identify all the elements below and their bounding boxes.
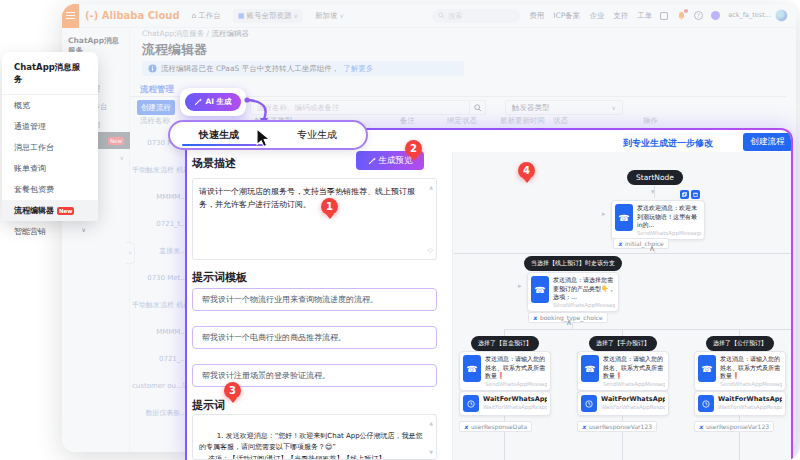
menu-item-workbench[interactable]: 消息工作台 [2, 137, 98, 158]
branch-condition-label: 当选择【线上预订】时走该分支 [524, 256, 622, 271]
wait-response-node[interactable]: WaitForWhatsAppResp...WaitForWhatsAppRes… [694, 391, 786, 416]
clock-icon [463, 395, 479, 412]
chevron-right-icon[interactable]: ▸ [518, 282, 522, 290]
template-card-ecommerce[interactable]: 帮我设计一个电商行业的商品推荐流程。 [192, 326, 437, 349]
scene-description-title: 场景描述 [192, 156, 236, 171]
collect-info-node[interactable]: ☎ 发送消息：请输入您的姓名、联系方式及所需数量❗SendWhatsAppMes… [694, 351, 786, 391]
whatsapp-icon: ☎ [581, 355, 599, 382]
resize-handle-icon[interactable]: ◇ [428, 245, 433, 257]
step-badge-4: 4 [518, 162, 535, 179]
step-badge-3: 3 [224, 382, 241, 399]
start-node[interactable]: StartNode [627, 170, 683, 185]
variable-tag[interactable]: xinitial_choice [613, 238, 669, 249]
scene-description-textarea[interactable]: 请设计一个潮玩店的服务号，支持当季热销推荐、线上预订服务，并允许客户进行活动订阅… [192, 178, 437, 260]
section-line [454, 253, 791, 254]
menu-item-flow-editor[interactable]: 流程编辑器New [2, 200, 98, 221]
mouse-cursor [254, 128, 274, 148]
menu-item-smart-marketing[interactable]: 智能营销∨ [2, 221, 98, 242]
collapse-up-icon[interactable]: ∧ [566, 318, 572, 327]
tab-pro-generate[interactable]: 专业生成 [268, 122, 366, 148]
prompt-templates-title: 提示词模板 [192, 270, 247, 285]
branch-label: 选择了【手办预订】 [589, 336, 657, 351]
copy-node-button[interactable] [680, 190, 689, 199]
create-flow-button[interactable]: 创建流程 [743, 133, 791, 151]
popover-title: ChatApp消息服务 [2, 52, 98, 95]
menu-item-channels[interactable]: 通道管理 [2, 116, 98, 137]
ai-generate-button[interactable]: AI 生成 [185, 93, 241, 111]
clock-icon [698, 395, 714, 412]
scroll-down-icon[interactable]: ▼ [429, 448, 433, 456]
magic-wand-icon [194, 98, 202, 106]
scroll-up-icon[interactable]: ▲ [429, 419, 433, 427]
variable-tag[interactable]: xuserResponseData [459, 421, 532, 432]
chevron-right-icon[interactable]: ▸ [602, 210, 606, 218]
whatsapp-icon: ☎ [698, 355, 716, 382]
whatsapp-icon: ☎ [531, 276, 549, 303]
branch-column-figure: 选择了【手办预订】 ☎ 发送消息：请输入您的姓名、联系方式及所需数量❗SendW… [577, 329, 669, 460]
wait-response-node[interactable]: WaitForWhatsAppResp...WaitForWhatsAppRes… [577, 391, 669, 416]
whatsapp-icon: ☎ [463, 355, 481, 382]
arrow-down-icon: ▾ [651, 188, 655, 196]
variable-tag[interactable]: xuserResponseVar123 [577, 421, 657, 432]
magic-wand-icon [368, 157, 376, 165]
scroll-up-icon[interactable]: ▲ [429, 183, 433, 191]
menu-item-overview[interactable]: 概览 [2, 95, 98, 116]
collapse-up-icon[interactable]: ∧ [649, 244, 655, 253]
chatapp-menu-popover: ChatApp消息服务 概览 通道管理 消息工作台 账单查询 套餐包资费 流程编… [2, 52, 98, 220]
ai-generate-spotlight: AI 生成 [180, 88, 246, 116]
branch-label: 选择了【盲盒预订】 [471, 336, 539, 351]
wait-response-node[interactable]: WaitForWhatsAppResp...WaitForWhatsAppRes… [459, 391, 551, 416]
menu-item-billing[interactable]: 账单查询 [2, 158, 98, 179]
prompt-content-box[interactable]: 1. 发送欢迎消息：“您好！欢迎来到Chat App公仔潮玩店，我是您的专属客服… [192, 414, 437, 460]
booking-type-message-node[interactable]: ☎ 发送消息：请选择您需要预订的产品类型👇，选项：… SendWhatsAppM… [527, 272, 619, 312]
branch-label: 选择了【公仔预订】 [706, 336, 774, 351]
quick-generate-panel: 到专业生成进一步修改 创建流程 场景描述 生成预览 请设计一个潮玩店的服务号，支… [185, 128, 793, 460]
collect-info-node[interactable]: ☎ 发送消息：请输入您的姓名、联系方式及所需数量❗SendWhatsAppMes… [459, 351, 551, 391]
clock-icon [581, 395, 597, 412]
whatsapp-icon: ☎ [615, 204, 633, 231]
welcome-message-node[interactable]: ☎ 发送欢迎消息：欢迎来到潮玩物语！这里有最in的… SendWhatsAppM… [611, 200, 705, 240]
new-badge: New [57, 207, 74, 215]
go-pro-edit-link[interactable]: 到专业生成进一步修改 [623, 137, 713, 150]
branch-column-blindbox: 选择了【盲盒预订】 ☎ 发送消息：请输入您的姓名、联系方式及所需数量❗SendW… [459, 329, 551, 460]
variable-tag[interactable]: xuserResponseVar123 [694, 421, 774, 432]
step-badge-1: 1 [321, 198, 338, 215]
prompt-title: 提示词 [192, 398, 225, 413]
branch-line [505, 329, 791, 330]
menu-item-package[interactable]: 套餐包资费 [2, 179, 98, 200]
delete-node-button[interactable] [691, 190, 700, 199]
screenshot-canvas: (-) Alibaba Cloud ⌂工作台 ▦账号全部资源∨ 新加坡∨ 搜索 … [0, 0, 800, 460]
template-card-logistics[interactable]: 帮我设计一个物流行业用来查询物流进度的流程。 [192, 288, 437, 311]
branch-column-doll: 选择了【公仔预订】 ☎ 发送消息：请输入您的姓名、联系方式及所需数量❗SendW… [694, 329, 786, 460]
chevron-down-icon: ∨ [82, 226, 86, 237]
step-badge-2: 2 [405, 140, 422, 157]
collect-info-node[interactable]: ☎ 发送消息：请输入您的姓名、联系方式及所需数量❗SendWhatsAppMes… [577, 351, 669, 391]
